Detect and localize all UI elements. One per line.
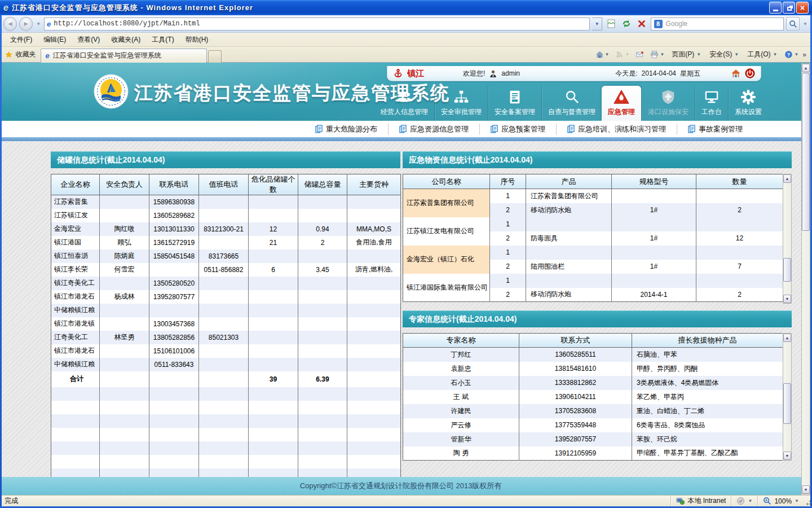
refresh-button[interactable] bbox=[620, 17, 633, 30]
cell: 陆用围油栏 bbox=[526, 260, 612, 274]
subnav-item-4[interactable]: 事故案例管理 bbox=[677, 124, 753, 135]
scroll-down-icon[interactable]: ▼ bbox=[802, 485, 810, 494]
subnav-item-3[interactable]: 应急培训、演练和演习管理 bbox=[556, 124, 677, 135]
favorites-button[interactable]: ★ 收藏夹 bbox=[0, 48, 41, 62]
restore-button[interactable] bbox=[783, 2, 795, 14]
scrollbar-thumb[interactable] bbox=[802, 73, 810, 231]
menu-item-5[interactable]: 帮助(H) bbox=[180, 33, 214, 46]
cell: 苯乙烯、甲基丙 bbox=[632, 390, 783, 404]
nav-item-alert[interactable]: 应急管理 bbox=[602, 86, 641, 121]
scroll-down-icon[interactable]: ▼ bbox=[783, 452, 791, 460]
stop-button[interactable] bbox=[636, 17, 648, 30]
search-input[interactable]: 8 Google bbox=[651, 17, 784, 30]
close-button[interactable]: × bbox=[796, 2, 809, 14]
search-dropdown-icon[interactable]: ▼ bbox=[803, 21, 807, 27]
page-scrollbar[interactable]: ▲ ▼ bbox=[801, 63, 810, 494]
cell bbox=[347, 209, 401, 222]
address-dropdown-button[interactable]: ▼ bbox=[592, 17, 602, 30]
protected-mode-control[interactable]: ▼ bbox=[731, 496, 757, 506]
table-row: 镇江市港龙石杨成林13952807577 bbox=[51, 290, 401, 304]
home-button[interactable]: ▼ bbox=[593, 49, 612, 60]
new-tab-stub[interactable] bbox=[208, 50, 222, 63]
cell bbox=[298, 304, 347, 317]
table-row: 镇江市港龙石 15106101006 bbox=[51, 344, 401, 358]
nav-item-search[interactable]: 自查与督查管理 bbox=[541, 86, 602, 121]
subnav-item-2[interactable]: 应急预案管理 bbox=[479, 124, 556, 135]
cell bbox=[249, 358, 298, 371]
cell: 12 bbox=[696, 231, 783, 246]
logout-power-icon[interactable] bbox=[745, 68, 755, 78]
overflow-chevron[interactable]: » bbox=[802, 51, 806, 59]
tab-active[interactable]: e 江苏省港口安全监管与应急管理系统 bbox=[41, 49, 207, 63]
cell: 13013011330 bbox=[149, 222, 199, 236]
print-button[interactable]: ▼ bbox=[648, 49, 667, 60]
scroll-down-icon[interactable]: ▼ bbox=[783, 295, 791, 303]
subnav-item-label: 应急资源信息管理 bbox=[410, 124, 469, 134]
scrollbar-thumb[interactable] bbox=[783, 383, 791, 424]
history-dropdown-icon[interactable]: ▼ bbox=[36, 21, 41, 27]
protected-mode-icon bbox=[736, 497, 745, 505]
cell bbox=[612, 217, 696, 231]
cell bbox=[149, 401, 199, 414]
back-button[interactable]: ◄ bbox=[3, 17, 17, 31]
page-menu-button[interactable]: 页面(P)▼ bbox=[668, 49, 704, 60]
cell: 杨成林 bbox=[100, 290, 149, 304]
window-title: 江苏省港口安全监管与应急管理系统 - Windows Internet Expl… bbox=[12, 3, 253, 13]
help-button[interactable]: ?▼ bbox=[782, 49, 801, 60]
table-row-empty bbox=[51, 414, 401, 428]
search-placeholder: Google bbox=[666, 20, 688, 28]
cell bbox=[249, 317, 298, 331]
cell: 镇江奇美化工 bbox=[51, 277, 100, 290]
tools-menu-button[interactable]: 工具(O)▼ bbox=[744, 49, 780, 60]
nav-item-label: 系统设置 bbox=[735, 107, 762, 117]
home-shortcut-icon[interactable] bbox=[731, 68, 741, 78]
command-bar: ▼ ▼ ▼ 页面(P)▼ 安全(S)▼ 工具(O)▼ ?▼ » bbox=[593, 49, 812, 60]
subnav-item-1[interactable]: 应急资源信息管理 bbox=[388, 124, 479, 135]
scroll-up-icon[interactable]: ▲ bbox=[783, 334, 791, 342]
cell bbox=[100, 428, 149, 441]
address-input[interactable]: e http://localhost:8080/yjpt/Main.html bbox=[44, 17, 590, 30]
scroll-up-icon[interactable]: ▲ bbox=[802, 64, 810, 72]
scroll-up-icon[interactable]: ▲ bbox=[783, 174, 791, 183]
cell: 6.39 bbox=[298, 371, 347, 387]
nav-item-org[interactable]: 安全审批管理 bbox=[434, 86, 488, 121]
nav-item-settings[interactable]: 系统设置 bbox=[728, 86, 768, 121]
cell bbox=[249, 290, 298, 304]
experts-table-header: 专家名称联系方式擅长救援物种产品 bbox=[403, 334, 783, 348]
menu-item-0[interactable]: 文件(F) bbox=[5, 33, 38, 46]
cell bbox=[298, 358, 347, 371]
cell bbox=[51, 387, 100, 401]
scrollbar-thumb[interactable] bbox=[783, 258, 791, 282]
cell bbox=[100, 358, 149, 371]
svg-text:?: ? bbox=[787, 52, 791, 58]
zoom-control[interactable]: 100% ▼ bbox=[757, 496, 804, 506]
experts-scrollbar[interactable]: ▲ ▼ bbox=[783, 333, 792, 461]
mail-button[interactable] bbox=[633, 49, 646, 60]
cell bbox=[149, 414, 199, 428]
date-label: 今天是: bbox=[615, 69, 637, 78]
minimize-button[interactable] bbox=[769, 2, 782, 14]
menu-item-3[interactable]: 收藏夹(A) bbox=[105, 33, 146, 46]
cell: 苯胺、环己烷 bbox=[632, 432, 783, 446]
subnav-item-0[interactable]: 重大危险源分布 bbox=[304, 124, 388, 135]
nav-item-document[interactable]: 安全备案管理 bbox=[488, 86, 541, 121]
nav-item-shield[interactable]: 港口设施保安 bbox=[641, 86, 695, 121]
supplies-scrollbar[interactable]: ▲ ▼ bbox=[783, 174, 792, 304]
supplies-panel-title: 应急物资信息统计(截止2014.04.04) bbox=[403, 151, 792, 168]
column-header: 储罐总容量 bbox=[298, 174, 347, 195]
feeds-button[interactable]: ▼ bbox=[613, 49, 632, 60]
menu-item-2[interactable]: 查看(V) bbox=[72, 33, 105, 46]
search-button[interactable] bbox=[786, 17, 800, 30]
forward-button[interactable]: ► bbox=[19, 17, 33, 31]
cell: 1# bbox=[612, 260, 696, 274]
menu-item-1[interactable]: 编辑(E) bbox=[38, 33, 72, 46]
menu-item-4[interactable]: 工具(T) bbox=[146, 33, 179, 46]
nav-item-users[interactable]: 经营人信息管理 bbox=[374, 86, 434, 121]
cell bbox=[100, 401, 149, 414]
safety-menu-button[interactable]: 安全(S)▼ bbox=[706, 49, 742, 60]
column-header: 联系电话 bbox=[149, 174, 199, 195]
table-header-row: 专家名称联系方式擅长救援物种产品 bbox=[403, 334, 783, 348]
column-header: 联系方式 bbox=[519, 334, 632, 348]
compatibility-view-icon[interactable] bbox=[604, 17, 617, 30]
nav-item-workbench[interactable]: 工作台 bbox=[695, 86, 728, 121]
